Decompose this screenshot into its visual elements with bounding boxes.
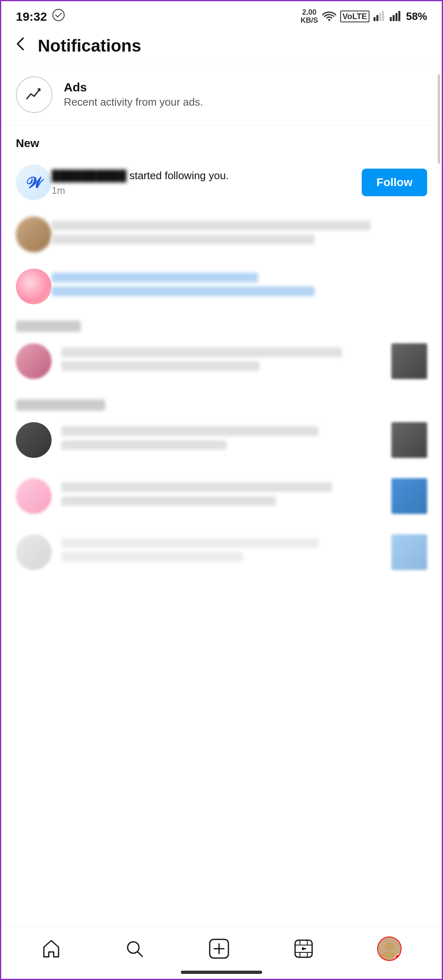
volte-icon: VoLTE	[340, 11, 369, 22]
notif-username-1: ██████████	[52, 169, 126, 182]
ads-section[interactable]: Ads Recent activity from your ads.	[1, 64, 442, 126]
user-avatar-3	[16, 269, 52, 304]
ads-subtitle: Recent activity from your ads.	[64, 96, 203, 108]
profile-avatar[interactable]	[377, 937, 402, 961]
user-avatar-5	[16, 422, 52, 458]
notif-action-1: started following you.	[129, 169, 228, 182]
user-avatar-6	[16, 478, 52, 514]
blurred-content-2	[52, 221, 427, 248]
blurred-line-6a	[61, 482, 332, 492]
back-button[interactable]	[13, 37, 28, 55]
notif-thumbnail-4	[391, 343, 427, 379]
fade-overlay	[1, 845, 442, 926]
svg-rect-5	[390, 17, 392, 21]
notification-item-2	[1, 208, 442, 260]
blurred-content-4	[61, 347, 391, 375]
wifi-icon	[322, 11, 336, 23]
nav-search[interactable]	[117, 935, 152, 963]
blurred-line-2b	[52, 234, 315, 244]
nav-reels[interactable]	[286, 935, 321, 963]
blurred-line-4a	[61, 347, 342, 357]
header: Notifications	[1, 29, 442, 64]
ads-text: Ads Recent activity from your ads.	[64, 80, 203, 108]
status-bar: 19:32 2.00KB/S VoLTE	[1, 1, 442, 29]
notif-thumbnail-7	[391, 534, 427, 570]
section-label-blur-bar-1	[16, 321, 81, 332]
svg-rect-2	[376, 15, 378, 21]
blurred-line-3a	[52, 273, 258, 282]
add-icon	[208, 938, 230, 959]
section-label-blurred-2	[1, 387, 442, 414]
follow-button[interactable]: Follow	[362, 169, 427, 196]
notification-item-6	[1, 470, 442, 522]
home-icon	[41, 939, 61, 958]
svg-point-0	[53, 9, 64, 21]
network-speed-text: 2.00KB/S	[301, 9, 318, 25]
notification-item-3	[1, 260, 442, 312]
svg-rect-8	[398, 11, 400, 21]
user-avatar-7	[16, 534, 52, 570]
notif-time-1: 1m	[52, 185, 355, 196]
notification-item-5	[1, 414, 442, 466]
signal-icon-2	[390, 11, 402, 23]
blurred-content-6	[61, 482, 391, 510]
notification-item-7	[1, 526, 442, 578]
svg-rect-17	[295, 952, 312, 953]
ads-title: Ads	[64, 80, 203, 94]
notif-thumbnail-6	[391, 478, 427, 514]
blurred-content-7	[61, 538, 391, 566]
blurred-line-6b	[61, 496, 276, 506]
section-label-blur-bar-2	[16, 399, 105, 411]
blurred-line-4b	[61, 361, 259, 371]
section-new-label: New	[1, 126, 442, 156]
notif-text-1: ██████████ started following you.	[52, 168, 355, 183]
blurred-line-2a	[52, 221, 371, 230]
status-right: 2.00KB/S VoLTE 58%	[301, 9, 427, 25]
notification-follow-item: 𝒲 ██████████ started following you. 1m F…	[1, 156, 442, 208]
svg-text:𝒲: 𝒲	[26, 174, 44, 191]
signal-icon	[374, 11, 386, 23]
blurred-line-5b	[61, 440, 226, 450]
blurred-line-7a	[61, 538, 319, 548]
ads-icon-wrap	[16, 76, 52, 113]
svg-marker-22	[302, 947, 307, 950]
home-indicator	[181, 971, 262, 974]
status-check-icon	[52, 9, 65, 24]
svg-rect-19	[307, 940, 308, 945]
blurred-content-5	[61, 426, 391, 454]
nav-home[interactable]	[33, 935, 69, 963]
nav-profile[interactable]	[369, 932, 410, 965]
user-avatar-4	[16, 343, 52, 379]
notif-thumbnail-5	[391, 422, 427, 458]
battery-text: 58%	[406, 10, 427, 23]
svg-rect-20	[300, 953, 300, 957]
svg-rect-16	[295, 945, 312, 945]
svg-line-11	[137, 952, 142, 956]
svg-rect-7	[395, 13, 397, 21]
scrollbar[interactable]	[438, 74, 440, 164]
blurred-line-5a	[61, 426, 319, 436]
svg-rect-3	[379, 13, 381, 21]
svg-rect-1	[374, 17, 376, 21]
search-icon	[125, 939, 144, 958]
status-left: 19:32	[16, 9, 65, 24]
reels-icon	[294, 939, 313, 958]
ads-chart-icon	[24, 84, 44, 105]
notif-text-wrap-1: ██████████ started following you. 1m	[52, 168, 355, 196]
notification-item-4	[1, 335, 442, 387]
nav-add[interactable]	[200, 934, 238, 963]
blurred-line-7b	[61, 552, 243, 562]
page-title: Notifications	[38, 36, 141, 56]
svg-point-23	[385, 942, 393, 950]
user-avatar-2	[16, 217, 52, 252]
svg-rect-4	[382, 11, 384, 21]
svg-rect-21	[307, 953, 308, 957]
svg-rect-18	[300, 940, 300, 945]
blurred-line-3b	[52, 286, 315, 296]
svg-rect-6	[393, 15, 395, 21]
section-label-blurred-1	[1, 312, 442, 335]
user-avatar-1[interactable]: 𝒲	[16, 165, 52, 200]
status-time: 19:32	[16, 10, 47, 24]
blurred-content-3	[52, 273, 427, 300]
